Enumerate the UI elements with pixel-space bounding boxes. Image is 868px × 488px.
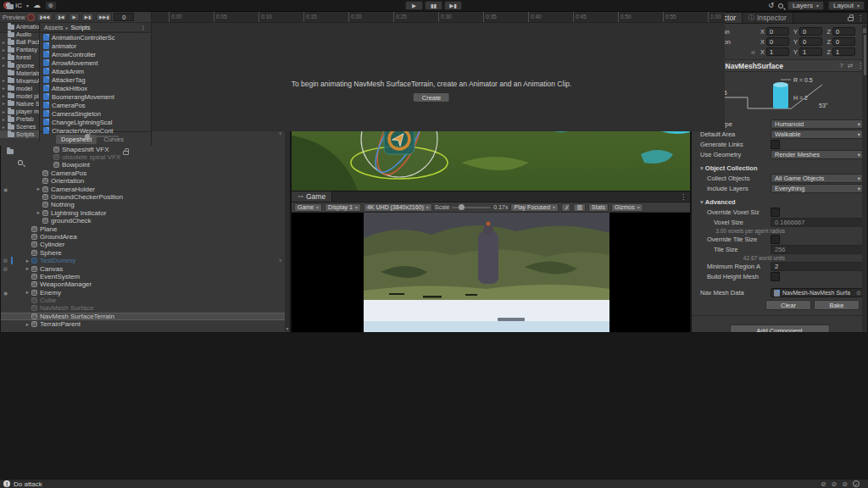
step-button[interactable]: ▶▮ bbox=[444, 1, 462, 10]
field-value[interactable] bbox=[771, 272, 864, 281]
hierarchy-item[interactable]: WeaponManager › ⋮ bbox=[1, 280, 287, 288]
panel-menu-icon[interactable]: ⋮ bbox=[857, 14, 864, 22]
expand-arrow-icon[interactable] bbox=[24, 265, 31, 272]
hierarchy-item[interactable]: Sphere › ⋮ bbox=[1, 249, 287, 257]
status-message[interactable]: Do attack bbox=[14, 480, 42, 488]
project-file[interactable]: animator bbox=[41, 42, 138, 50]
visibility-toggle[interactable] bbox=[2, 186, 9, 193]
project-file[interactable]: AnimationControllerSc bbox=[41, 33, 138, 42]
expand-arrow-icon[interactable] bbox=[24, 289, 31, 296]
breadcrumb-current[interactable]: Scripts bbox=[71, 24, 91, 31]
visibility-toggle[interactable] bbox=[2, 265, 9, 273]
z-field[interactable]: 0 bbox=[832, 27, 855, 36]
layout-dropdown[interactable]: Layout▾ bbox=[828, 1, 865, 10]
hierarchy-item[interactable]: Plane › ⋮ bbox=[1, 225, 287, 232]
project-folder[interactable]: ▸ Animation bbox=[0, 23, 39, 30]
expand-arrow-icon[interactable] bbox=[35, 186, 42, 192]
project-file[interactable]: AttackHitbox bbox=[41, 84, 138, 92]
hierarchy-item[interactable]: NavMesh Surface › ⋮ bbox=[1, 304, 287, 312]
hierarchy-item[interactable]: TerrainParent › ⋮ bbox=[1, 320, 287, 328]
goto-end-button[interactable]: ▶▶▮ bbox=[96, 13, 113, 21]
project-folder[interactable]: ▸ Scenes bbox=[0, 123, 39, 130]
panel-menu-icon[interactable]: ⋮ bbox=[680, 193, 687, 201]
status-ok-icon[interactable]: ✓ bbox=[853, 480, 860, 487]
console-message-icon[interactable]: ! bbox=[3, 480, 10, 487]
hierarchy-item[interactable]: GroundCheckerPosition › ⋮ bbox=[1, 193, 287, 201]
project-file[interactable]: ChangeLightningScal bbox=[41, 118, 138, 126]
field-value[interactable] bbox=[771, 208, 864, 217]
project-folder[interactable]: ▸ Scripts bbox=[0, 130, 39, 138]
project-file[interactable]: BoomerangMovement bbox=[41, 92, 138, 101]
hierarchy-item[interactable]: Nothing › ⋮ bbox=[1, 201, 287, 208]
y-field[interactable]: 1 bbox=[799, 47, 822, 56]
field-value[interactable]: Walkable bbox=[771, 130, 864, 139]
stats-toggle[interactable]: Stats bbox=[588, 203, 609, 212]
mute-notifications-icon[interactable]: ⊘ bbox=[821, 480, 826, 488]
project-folder[interactable]: ▸ Prefab bbox=[0, 115, 39, 123]
tab-game[interactable]: ⊶Game bbox=[292, 191, 332, 202]
hierarchy-item[interactable]: Cube › ⋮ bbox=[1, 297, 287, 304]
game-gizmos-dropdown[interactable]: Gizmos▾ bbox=[611, 203, 643, 212]
z-field[interactable]: 1 bbox=[832, 47, 855, 56]
project-file[interactable]: ArrowController bbox=[41, 50, 138, 58]
bake-button[interactable]: Bake bbox=[814, 300, 860, 310]
settings-button[interactable]: ⊚ bbox=[45, 1, 57, 10]
add-component-button[interactable]: Add Component bbox=[730, 324, 830, 333]
field-value[interactable]: All Game Objects bbox=[771, 174, 864, 183]
project-file[interactable]: CharacterWeponCont bbox=[41, 126, 138, 135]
column-divider[interactable] bbox=[151, 12, 152, 146]
search-icon[interactable] bbox=[778, 3, 783, 8]
hierarchy-item[interactable]: CameraHolder › ⋮ bbox=[1, 185, 287, 192]
hierarchy-item[interactable]: Shapeshift VFX › ⋮ bbox=[1, 145, 287, 152]
y-field[interactable]: 0 bbox=[799, 37, 822, 46]
project-folder[interactable]: ▸ model pla bbox=[0, 92, 39, 100]
hierarchy-item[interactable]: TestDummy › ⋮ bbox=[1, 257, 287, 264]
account-label[interactable]: IC bbox=[15, 2, 22, 9]
create-button[interactable]: Create bbox=[413, 92, 450, 103]
hierarchy-item[interactable]: EventSystem › ⋮ bbox=[1, 273, 287, 280]
project-folder[interactable]: ▸ Materials bbox=[0, 69, 39, 77]
breadcrumb-root[interactable]: Assets bbox=[44, 24, 64, 31]
project-folder[interactable]: ▸ Nature So bbox=[0, 100, 39, 108]
hierarchy-item[interactable]: obsolete spiral VFX › ⋮ bbox=[1, 153, 287, 161]
next-key-button[interactable]: ▶▮ bbox=[81, 13, 94, 21]
mute-toggle[interactable]: ♪̸ bbox=[561, 203, 571, 212]
record-button[interactable] bbox=[27, 14, 35, 21]
prefab-open-chevron[interactable]: › bbox=[279, 257, 281, 264]
y-field[interactable]: 0 bbox=[799, 27, 822, 36]
object-picker-icon[interactable]: ⊙ bbox=[856, 290, 861, 297]
expand-arrow-icon[interactable] bbox=[24, 258, 31, 264]
navmesh-data-object-field[interactable]: NavMesh-NavMesh Surfa ⊙ bbox=[771, 288, 864, 297]
hierarchy-item[interactable]: GroundArea › ⋮ bbox=[1, 233, 287, 241]
project-file[interactable]: AttackerTag bbox=[41, 75, 138, 84]
clear-button[interactable]: Clear bbox=[765, 300, 811, 310]
help-icon[interactable]: ? bbox=[840, 62, 843, 69]
pause-button[interactable]: ▮▮ bbox=[425, 1, 442, 10]
layers-dropdown[interactable]: Layers▾ bbox=[787, 1, 824, 10]
goto-start-button[interactable]: ▮◀◀ bbox=[36, 13, 53, 21]
play-animation-button[interactable]: ▶ bbox=[69, 13, 79, 21]
timeline-ruler[interactable]: 0:000:050:100:150:200:250:300:350:400:45… bbox=[151, 12, 725, 23]
mute-warnings-icon[interactable]: ⊘ bbox=[832, 480, 837, 488]
hierarchy-item[interactable]: Orientation › ⋮ bbox=[1, 177, 287, 185]
hierarchy-item[interactable]: Enemy › ⋮ bbox=[1, 289, 287, 297]
undo-history-icon[interactable]: ↺ bbox=[768, 2, 774, 9]
hierarchy-item[interactable]: Lightning Indicator › ⋮ bbox=[1, 209, 287, 217]
project-folder[interactable]: ▸ gnome bbox=[0, 61, 39, 69]
presets-icon[interactable]: ⇄ bbox=[848, 62, 853, 69]
project-folder[interactable]: ▸ Audio bbox=[0, 30, 39, 38]
lock-icon[interactable] bbox=[123, 151, 129, 155]
cloud-icon[interactable]: ☁ bbox=[33, 2, 41, 9]
link-scale-icon[interactable]: ∞ bbox=[751, 49, 759, 55]
project-folder[interactable]: ▸ MixamoAn bbox=[0, 77, 39, 85]
field-value[interactable] bbox=[771, 235, 864, 244]
visibility-toggle[interactable] bbox=[2, 289, 9, 297]
mute-errors-icon[interactable]: ⊘ bbox=[842, 480, 848, 488]
x-field[interactable]: 0 bbox=[766, 37, 789, 46]
field-value[interactable]: Render Meshes bbox=[771, 150, 864, 159]
display-dropdown[interactable]: Display 1▾ bbox=[325, 203, 361, 212]
expand-arrow-icon[interactable] bbox=[35, 209, 42, 216]
field-value[interactable]: Everything bbox=[771, 184, 864, 193]
project-folder[interactable]: ▸ forest bbox=[0, 53, 39, 61]
hierarchy-item[interactable]: Bowpoint › ⋮ bbox=[1, 161, 287, 169]
